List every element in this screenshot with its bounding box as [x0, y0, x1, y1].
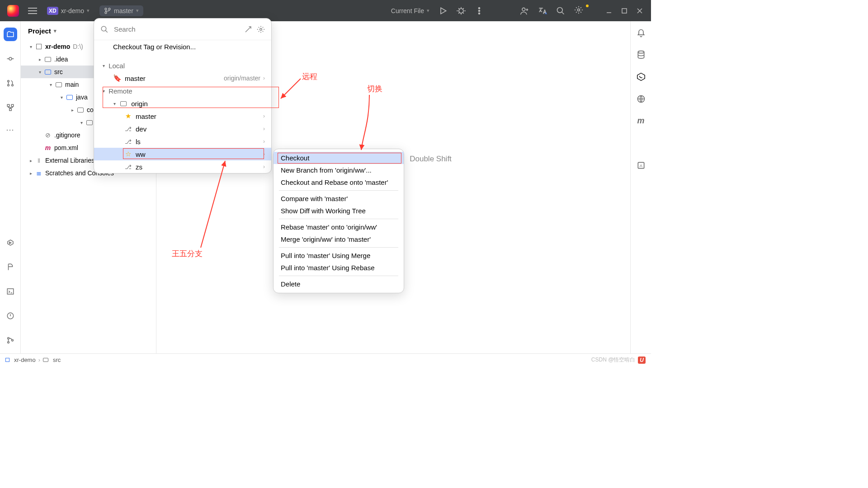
svg-point-5: [479, 10, 480, 11]
ctx-merge[interactable]: Merge 'origin/ww' into 'master': [274, 233, 404, 245]
branch-selector[interactable]: master ▾: [99, 5, 143, 16]
annotation-arrow-remote: [279, 77, 306, 106]
breadcrumb-1[interactable]: xr-demo: [14, 357, 36, 363]
code-with-me-icon[interactable]: [520, 6, 529, 15]
svg-point-6: [479, 13, 480, 14]
pull-requests-tool-button[interactable]: [4, 76, 17, 90]
ctx-rebase[interactable]: Rebase 'master' onto 'origin/ww': [274, 221, 404, 233]
breadcrumb-2[interactable]: src: [53, 357, 61, 363]
translate-icon[interactable]: A: [538, 6, 547, 15]
chevron-right-icon: ›: [38, 357, 40, 363]
ctx-checkout-rebase[interactable]: Checkout and Rebase onto 'master': [274, 176, 404, 188]
spring-tool-button[interactable]: [636, 72, 646, 84]
vcs-tool-button[interactable]: [4, 333, 17, 347]
run-config-name: Current File: [391, 7, 424, 14]
local-section[interactable]: Local: [94, 59, 271, 72]
build-tool-button[interactable]: [4, 260, 17, 274]
branch-name: master: [114, 7, 133, 14]
app-icon: [7, 5, 19, 17]
gear-icon[interactable]: [257, 25, 265, 33]
notifications-tool-button[interactable]: [637, 28, 646, 39]
svg-point-4: [479, 7, 480, 9]
svg-point-29: [260, 28, 262, 30]
svg-rect-17: [11, 104, 14, 107]
chevron-right-icon: ›: [263, 113, 265, 119]
branches-search-input[interactable]: [114, 25, 200, 33]
maximize-icon[interactable]: [621, 8, 627, 14]
main-menu-icon[interactable]: [28, 8, 37, 14]
minimize-icon[interactable]: [606, 8, 612, 14]
hint-search-everywhere-key: Double Shift: [410, 155, 452, 164]
run-icon[interactable]: [439, 6, 448, 15]
annotation-box-remote: [103, 87, 279, 108]
remote-branch-ls[interactable]: ⎇ls›: [94, 135, 271, 148]
svg-rect-16: [7, 104, 9, 107]
local-branch-master[interactable]: 🔖masterorigin/master›: [94, 72, 271, 84]
chevron-right-icon: ›: [263, 75, 265, 81]
chevron-down-icon: ▾: [54, 28, 57, 34]
svg-point-15: [11, 84, 13, 86]
run-config-selector[interactable]: Current File ▾: [387, 5, 434, 16]
project-selector[interactable]: XD xr-demo ▾: [42, 5, 94, 17]
project-name: xr-demo: [61, 7, 84, 14]
svg-point-7: [522, 8, 525, 11]
watermark-logo: U: [638, 357, 646, 364]
structure-tool-button[interactable]: [4, 101, 17, 114]
chevron-right-icon: ›: [263, 164, 265, 170]
assistant-tool-button[interactable]: A: [637, 161, 646, 172]
close-icon[interactable]: [637, 8, 643, 14]
services-tool-button[interactable]: [4, 236, 17, 249]
settings-icon[interactable]: [570, 5, 588, 16]
ctx-diff[interactable]: Show Diff with Working Tree: [274, 205, 404, 217]
svg-point-28: [101, 26, 106, 31]
branches-search[interactable]: [94, 19, 271, 40]
project-tool-button[interactable]: [4, 28, 17, 41]
commit-tool-button[interactable]: [4, 52, 17, 66]
chevron-right-icon: ›: [263, 126, 265, 132]
chevron-right-icon: ›: [263, 138, 265, 145]
svg-point-0: [105, 8, 107, 10]
svg-point-24: [638, 51, 644, 53]
svg-point-1: [105, 12, 107, 14]
svg-point-21: [7, 338, 9, 339]
more-tool-button[interactable]: ···: [6, 125, 14, 135]
annotation-switch-label: 切换: [367, 84, 382, 94]
ctx-delete[interactable]: Delete: [274, 278, 404, 290]
svg-point-14: [7, 84, 9, 86]
ctx-new-branch[interactable]: New Branch from 'origin/ww'...: [274, 164, 404, 176]
svg-line-31: [201, 161, 225, 248]
left-tool-strip: ···: [0, 21, 21, 353]
branch-icon: ⎇: [124, 138, 132, 145]
chevron-down-icon: ▾: [427, 8, 429, 14]
svg-point-2: [108, 8, 110, 10]
track-icon[interactable]: [244, 25, 252, 33]
web-tool-button[interactable]: [637, 94, 646, 105]
svg-point-13: [7, 80, 9, 82]
annotation-box-ww: [123, 148, 264, 159]
ctx-pull-merge[interactable]: Pull into 'master' Using Merge: [274, 249, 404, 262]
svg-line-30: [281, 79, 301, 99]
problems-tool-button[interactable]: [4, 309, 17, 323]
checkout-tag-item[interactable]: Checkout Tag or Revision...: [94, 40, 271, 53]
right-tool-strip: m A: [630, 21, 651, 353]
database-tool-button[interactable]: [637, 50, 646, 61]
svg-text:A: A: [639, 164, 642, 168]
maven-tool-button[interactable]: m: [637, 116, 644, 126]
annotation-arrow-switch: [356, 95, 374, 155]
terminal-tool-button[interactable]: [4, 285, 17, 298]
remote-branch-master[interactable]: ★master›: [94, 110, 271, 122]
chevron-down-icon: ▾: [136, 8, 139, 14]
ctx-pull-rebase[interactable]: Pull into 'master' Using Rebase: [274, 262, 404, 274]
branch-context-menu: Checkout New Branch from 'origin/ww'... …: [273, 149, 404, 293]
search-icon[interactable]: [556, 6, 565, 15]
remote-branch-zs[interactable]: ⎇zs›: [94, 160, 271, 173]
search-icon: [100, 25, 108, 33]
star-icon: ★: [124, 112, 132, 120]
remote-branch-dev[interactable]: ⎇dev›: [94, 122, 271, 135]
ctx-compare[interactable]: Compare with 'master': [274, 192, 404, 205]
svg-rect-18: [9, 108, 11, 111]
svg-point-12: [9, 57, 12, 60]
debug-icon[interactable]: [457, 6, 466, 15]
branch-icon: ⎇: [124, 126, 132, 132]
more-icon[interactable]: [475, 6, 484, 15]
